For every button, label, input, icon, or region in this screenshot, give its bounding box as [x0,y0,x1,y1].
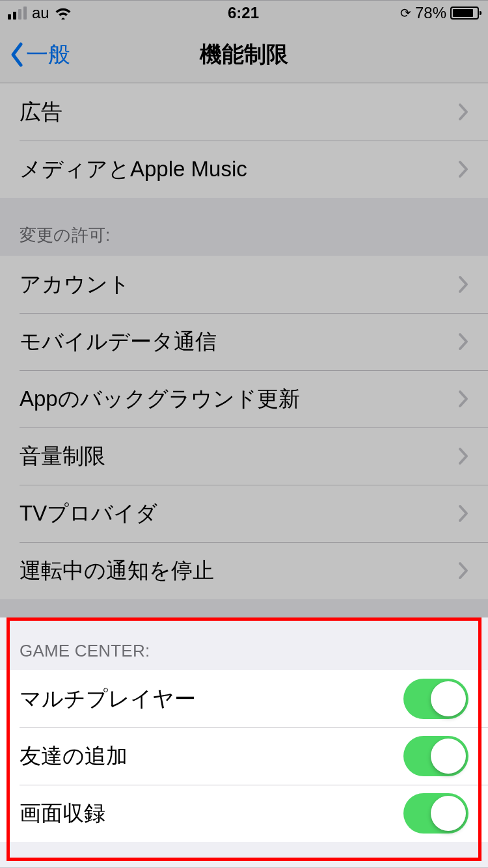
row-label: TVプロバイダ [20,499,449,528]
navigation-header: 一般 機能制限 [0,26,488,83]
section-header-game-center: GAME CENTER: [0,599,488,670]
toggle-screen-recording[interactable] [403,793,468,834]
settings-row-ads[interactable]: 広告 [0,83,488,141]
chevron-right-icon [458,103,468,121]
page-title: 機能制限 [0,40,488,70]
row-label: Appのバックグラウンド更新 [20,385,449,414]
chevron-right-icon [458,275,468,293]
settings-row-media-apple-music[interactable]: メディアとApple Music [0,141,488,198]
chevron-right-icon [458,332,468,351]
settings-row-volume-limit[interactable]: 音量制限 [0,427,488,485]
settings-row-multiplayer: マルチプレイヤー [0,670,488,727]
toggle-multiplayer[interactable] [403,679,468,719]
chevron-right-icon [458,504,468,522]
section-header-allow-changes: 変更の許可: [0,198,488,256]
row-label: アカウント [20,270,449,299]
chevron-right-icon [458,160,468,178]
carrier-label: au [32,4,49,22]
chevron-left-icon [9,42,25,68]
settings-row-tv-provider[interactable]: TVプロバイダ [0,485,488,542]
row-label: モバイルデータ通信 [20,327,449,357]
settings-row-background-app-refresh[interactable]: Appのバックグラウンド更新 [0,370,488,427]
settings-row-adding-friends: 友達の追加 [0,727,488,785]
wifi-icon [55,7,72,20]
settings-group-allow-changes: アカウント モバイルデータ通信 Appのバックグラウンド更新 音量制限 TVプロ… [0,256,488,599]
battery-percent: 78% [415,4,446,22]
status-left: au [8,4,138,22]
settings-group-game-center: マルチプレイヤー 友達の追加 画面収録 [0,670,488,842]
row-label: マルチプレイヤー [20,685,403,714]
status-right: ⟳ 78% [349,4,479,22]
row-label: 広告 [20,98,449,127]
row-label: 運転中の通知を停止 [20,556,449,586]
back-button[interactable]: 一般 [0,40,70,70]
status-bar: au 6:21 ⟳ 78% [0,0,488,26]
settings-row-accounts[interactable]: アカウント [0,256,488,313]
battery-icon [450,7,479,20]
back-label: 一般 [26,40,70,70]
chevron-right-icon [458,390,468,408]
orientation-lock-icon: ⟳ [400,5,411,21]
status-time: 6:21 [228,4,259,22]
settings-row-screen-recording: 画面収録 [0,785,488,842]
signal-strength-icon [8,7,27,20]
chevron-right-icon [458,562,468,580]
settings-row-do-not-disturb-driving[interactable]: 運転中の通知を停止 [0,542,488,599]
toggle-adding-friends[interactable] [403,736,468,776]
row-label: 音量制限 [20,442,449,471]
row-label: 友達の追加 [20,742,403,771]
row-label: メディアとApple Music [20,155,449,184]
settings-group-privacy: 広告 メディアとApple Music [0,83,488,198]
row-label: 画面収録 [20,799,403,828]
settings-row-cellular-data[interactable]: モバイルデータ通信 [0,313,488,370]
chevron-right-icon [458,447,468,465]
